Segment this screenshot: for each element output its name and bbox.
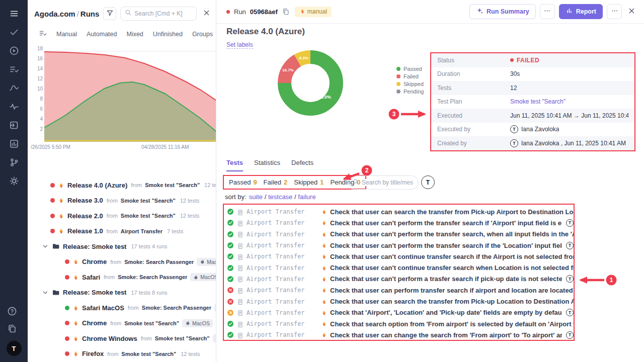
test-title: Check that user can perform transfer sea… <box>330 287 574 294</box>
tab-statistics[interactable]: Statistics <box>254 159 280 171</box>
runs-tab-automated[interactable]: Automated <box>87 31 117 38</box>
breadcrumb-project[interactable]: Agoda.com <box>34 10 75 18</box>
count-skipped[interactable]: Skipped1 <box>294 178 324 186</box>
flame-icon <box>58 182 64 189</box>
set-labels-link[interactable]: Set labels <box>226 41 253 49</box>
gear-icon[interactable] <box>9 175 20 187</box>
status-passed-icon <box>227 253 234 260</box>
runs-tab-mixed[interactable]: Mixed <box>126 31 143 38</box>
info-label: Test Plan <box>437 98 510 105</box>
ellipsis-icon <box>611 7 618 16</box>
test-row[interactable]: Airport TransferCheck that search option… <box>227 318 574 329</box>
trend-line-icon[interactable] <box>9 82 20 94</box>
testcase-icon <box>237 264 244 271</box>
testcase-icon <box>237 287 244 294</box>
task-list-icon[interactable] <box>9 64 20 75</box>
run-row[interactable]: SafarifromSmoke: Search PassengerMacOSSa… <box>28 269 216 285</box>
chevron-down-icon[interactable] <box>42 243 49 250</box>
svg-text:?: ? <box>10 309 13 314</box>
runs-tab-manual[interactable]: Manual <box>56 31 77 38</box>
status-passed-icon <box>227 331 234 338</box>
runs-search[interactable] <box>120 7 197 21</box>
help-circle-icon[interactable]: ? <box>7 306 18 317</box>
tests-search[interactable] <box>347 175 419 190</box>
test-row[interactable]: Airport TransferCheck that user can chan… <box>227 329 574 340</box>
folder-icon <box>52 289 60 297</box>
test-plan-link[interactable]: Smoke test "Search" <box>510 98 566 105</box>
run-status-dot <box>65 259 69 264</box>
run-row[interactable]: ChromefromSmoke: Search PassengerMacOSCh… <box>28 254 216 270</box>
test-row[interactable]: Airport TransferCheck that user can perf… <box>227 285 574 296</box>
git-branch-icon[interactable] <box>9 157 20 168</box>
run-group-row[interactable]: Release: Smoke test17 tests 4 runs <box>28 239 216 254</box>
run-row[interactable]: Safari MacOSfromSmoke: Search PassengerS… <box>28 300 216 316</box>
chevron-down-icon[interactable] <box>42 289 49 296</box>
test-row[interactable]: Airport TransferCheck that user can sear… <box>227 296 574 307</box>
assignee-avatar: T <box>566 242 574 249</box>
run-row[interactable]: Release 2.0fromSmoke test "Search"12 tes… <box>28 208 216 224</box>
more-options-button-2[interactable] <box>607 4 622 19</box>
sort-suite[interactable]: suite <box>249 193 263 201</box>
run-summary-button[interactable]: Run Summary <box>469 4 536 19</box>
test-title: Check that user can't perform the transf… <box>330 242 562 249</box>
check-icon[interactable] <box>9 27 20 38</box>
test-title: Check that user can't continue transfer … <box>330 264 574 272</box>
test-row[interactable]: Airport TransferCheck that user can't pe… <box>227 240 574 251</box>
tab-defects[interactable]: Defects <box>291 159 313 171</box>
run-row[interactable]: Release 3.0fromSmoke test "Search"12 tes… <box>28 193 216 209</box>
copy-icon[interactable] <box>282 8 290 16</box>
export-box-icon[interactable] <box>9 120 20 131</box>
run-group-row[interactable]: Release: Smoke test17 tests 8 runs <box>28 285 216 301</box>
sort-testcase[interactable]: testcase <box>268 193 292 201</box>
test-title: Check that user can search the transfer … <box>330 208 574 216</box>
close-run-button[interactable] <box>626 6 637 17</box>
menu-icon[interactable] <box>9 8 20 19</box>
user-avatar[interactable]: T <box>7 341 22 356</box>
status-passed-icon <box>227 242 234 249</box>
flame-icon <box>72 274 79 281</box>
flame-icon <box>299 8 305 14</box>
test-row[interactable]: Airport TransferCheck that user can't co… <box>227 251 574 262</box>
copy-pages-icon[interactable] <box>7 323 18 334</box>
ellipsis-icon <box>543 7 551 16</box>
test-row[interactable]: Airport TransferCheck that 'Airport', 'L… <box>227 307 574 318</box>
report-button[interactable]: Report <box>559 4 603 19</box>
count-passed[interactable]: Passed9 <box>229 178 257 186</box>
flame-icon <box>321 209 327 215</box>
more-options-button[interactable] <box>540 4 555 19</box>
runs-tab-unfinished[interactable]: Unfinished <box>153 31 183 38</box>
run-row[interactable]: Release 1.0fromAirport Transfer7 tests <box>28 224 216 239</box>
test-row[interactable]: Airport TransferCheck that user can sear… <box>227 206 574 217</box>
sort-failure[interactable]: failure <box>298 193 315 201</box>
info-label: Created by <box>437 140 510 147</box>
tab-tests[interactable]: Tests <box>226 159 243 171</box>
run-list: Release 4.0 (Azure)fromSmoke test "Searc… <box>28 177 216 361</box>
runs-panel-header: Agoda.com/Runs <box>28 0 216 25</box>
assignee-filter-avatar[interactable]: T <box>421 175 435 189</box>
close-panel-button[interactable] <box>201 8 212 19</box>
run-row[interactable]: Chrome WindowsfromSmoke test "Search"Win… <box>28 331 216 346</box>
breadcrumb-page: Runs <box>80 10 100 18</box>
from-label: from <box>128 305 139 311</box>
bar-chart-icon[interactable] <box>9 138 20 149</box>
count-failed[interactable]: Failed2 <box>264 178 288 186</box>
flame-icon <box>72 258 79 265</box>
test-row[interactable]: Airport TransferCheck that user can't pe… <box>227 229 574 240</box>
manual-badge: manual <box>295 7 332 17</box>
tests-search-input[interactable] <box>362 179 413 186</box>
filter-button[interactable] <box>103 7 116 20</box>
testcase-icon <box>237 209 244 215</box>
test-row[interactable]: Airport TransferCheck that user can't co… <box>227 262 574 273</box>
test-row[interactable]: Airport TransferCheck that user can't pe… <box>227 217 574 228</box>
runs-tab-groups[interactable]: Groups <box>192 31 213 38</box>
run-row[interactable]: ChromefromSmoke test "Search"MacOSChrome <box>28 316 216 331</box>
search-icon <box>125 9 132 18</box>
run-row[interactable]: Release 4.0 (Azure)fromSmoke test "Searc… <box>28 177 216 193</box>
testcase-icon <box>237 242 244 249</box>
activity-icon[interactable] <box>9 101 20 112</box>
status-skipped-icon <box>227 309 234 316</box>
runs-search-input[interactable] <box>134 10 192 17</box>
test-row[interactable]: Airport TransferCheck that user can't pe… <box>227 274 574 285</box>
play-circle-icon[interactable] <box>9 45 20 56</box>
run-row[interactable]: FirefoxfromSmoke test "Search"12 tests <box>28 346 216 362</box>
